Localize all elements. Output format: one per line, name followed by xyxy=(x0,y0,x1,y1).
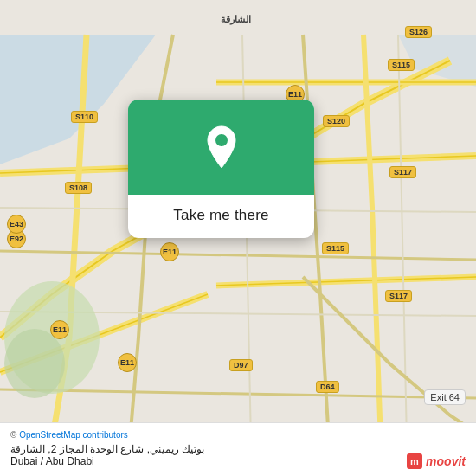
road-badge-e11c: E11 xyxy=(50,320,69,339)
svg-point-1 xyxy=(4,329,65,398)
location-arabic: بوتيك ريميني, شارع الوحدة المجاز 2, الشا… xyxy=(10,443,204,455)
road-badge-e11b: E11 xyxy=(160,242,179,261)
location-info-row: بوتيك ريميني, شارع الوحدة المجاز 2, الشا… xyxy=(10,443,466,467)
location-english: Dubai / Abu Dhabi xyxy=(10,455,204,467)
map-popup: Take me there xyxy=(128,100,314,238)
city-label-sharjah: الشارقة xyxy=(221,14,251,25)
popup-button-area[interactable]: Take me there xyxy=(128,195,314,238)
take-me-there-button[interactable]: Take me there xyxy=(173,207,268,224)
exit-badge: Exit 64 xyxy=(424,389,466,405)
bottom-info-bar: © OpenStreetMap contributors بوتيك ريمين… xyxy=(0,422,476,476)
road-badge-s117a: S117 xyxy=(389,166,416,178)
road-badge-e43: E43 xyxy=(7,215,26,234)
svg-point-2 xyxy=(215,134,228,146)
road-badge-s115: S115 xyxy=(388,59,415,71)
svg-text:m: m xyxy=(410,456,419,466)
moovit-text: moovit xyxy=(426,454,466,468)
road-badge-s120: S120 xyxy=(323,115,350,127)
road-badge-d97: D97 xyxy=(229,359,253,371)
road-badge-s117b: S117 xyxy=(385,290,412,302)
map-container: S126 S115 S110 S108 S120 S117 S115 S117 … xyxy=(0,0,476,476)
road-badge-d64: D64 xyxy=(316,381,339,393)
road-badge-s110: S110 xyxy=(71,111,98,123)
map-roads xyxy=(0,0,476,476)
road-badge-s126: S126 xyxy=(405,26,432,38)
location-pin-icon xyxy=(203,125,241,170)
road-badge-e11d: E11 xyxy=(118,353,137,372)
road-badge-s108: S108 xyxy=(65,182,92,194)
osm-credit: © OpenStreetMap contributors xyxy=(10,430,466,440)
road-badge-s115b: S115 xyxy=(322,242,349,254)
moovit-logo: m moovit xyxy=(407,453,466,469)
osm-link[interactable]: OpenStreetMap contributors xyxy=(19,430,128,440)
popup-green-bg xyxy=(128,100,314,195)
moovit-m-icon: m xyxy=(407,453,422,469)
